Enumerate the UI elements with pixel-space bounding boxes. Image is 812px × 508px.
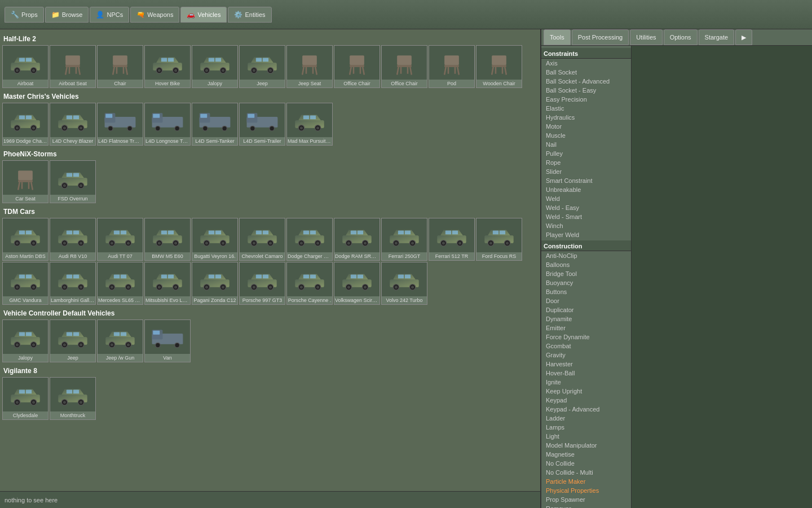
tool-gcombat[interactable]: Gcombat: [541, 341, 631, 351]
tool-buoyancy[interactable]: Buoyancy: [541, 278, 631, 287]
right-tab-stargate[interactable]: Stargate: [699, 29, 735, 45]
tool-remover[interactable]: Remover: [541, 504, 631, 508]
grid-item-audir8[interactable]: Audi R8 V10: [50, 218, 96, 261]
tool-axis[interactable]: Axis: [541, 59, 631, 68]
tool-hydraulics[interactable]: Hydraulics: [541, 113, 631, 122]
grid-item-montruck[interactable]: Monthtruck: [50, 377, 96, 420]
tool-nail[interactable]: Nail: [541, 140, 631, 149]
tool-lamps[interactable]: Lamps: [541, 423, 631, 432]
grid-item-clydesdale[interactable]: Clydesdale: [2, 377, 48, 420]
right-tab-utilities[interactable]: Utilities: [630, 29, 662, 45]
grid-item-l4dsemitanker[interactable]: L4D Semi-Tanker: [192, 103, 238, 146]
grid-item-focus[interactable]: Ford Focus RS: [476, 218, 522, 261]
grid-item-jeep2[interactable]: Jeep: [50, 319, 96, 362]
tool-ball-socket---advanced[interactable]: Ball Socket - Advanced: [541, 77, 631, 86]
tool-no-collide---multi[interactable]: No Collide - Multi: [541, 468, 631, 477]
grid-item-volvo[interactable]: Volvo 242 Turbo: [381, 262, 427, 305]
tab-weapons[interactable]: 🔫Weapons: [130, 7, 179, 23]
tool-harvester[interactable]: Harvester: [541, 360, 631, 369]
tool-winch[interactable]: Winch: [541, 221, 631, 230]
tool-weld---smart[interactable]: Weld - Smart: [541, 212, 631, 221]
grid-item-jeep[interactable]: Jeep: [239, 45, 285, 88]
tool-muscle[interactable]: Muscle: [541, 131, 631, 140]
tool-keypad---advanced[interactable]: Keypad - Advanced: [541, 405, 631, 414]
tool-physical-properties[interactable]: Physical Properties: [541, 486, 631, 495]
tool-weld[interactable]: Weld: [541, 194, 631, 203]
tool-bridge-tool[interactable]: Bridge Tool: [541, 269, 631, 278]
grid-item-jeepseat[interactable]: Jeep Seat: [286, 45, 333, 88]
grid-item-bugatti[interactable]: Bugatti Veyron 16.: [192, 218, 238, 261]
right-tab-postprocessing[interactable]: Post Processing: [572, 29, 629, 45]
tool-particle-maker[interactable]: Particle Maker: [541, 477, 631, 486]
grid-item-pagani[interactable]: Pagani Zonda C12: [192, 262, 238, 305]
grid-item-jalopy[interactable]: Jalopy: [192, 45, 238, 88]
tool-force-dynamite[interactable]: Force Dynamite: [541, 332, 631, 341]
tool-balloons[interactable]: Balloons: [541, 260, 631, 269]
tool-motor[interactable]: Motor: [541, 122, 631, 131]
tool-keep-upright[interactable]: Keep Upright: [541, 387, 631, 396]
grid-item-woodenchair[interactable]: Wooden Chair: [476, 45, 522, 88]
grid-item-chair[interactable]: Chair: [97, 45, 143, 88]
grid-item-l4dsemitrailer[interactable]: L4D Semi-Trailer: [239, 103, 285, 146]
right-tab-options[interactable]: Options: [664, 29, 698, 45]
tool-ladder[interactable]: Ladder: [541, 414, 631, 423]
grid-item-van[interactable]: Van: [144, 319, 191, 362]
tool-smart-constraint[interactable]: Smart Constraint: [541, 176, 631, 185]
tool-prop-spawner[interactable]: Prop Spawner: [541, 495, 631, 504]
tab-vehicles[interactable]: 🚗Vehicles: [180, 7, 227, 23]
tool-ball-socket---easy[interactable]: Ball Socket - Easy: [541, 86, 631, 95]
grid-item-dodgecharger[interactable]: Dodge Charger SR.: [286, 218, 333, 261]
content-area[interactable]: Half-Life 2 Airboat Airboat Seat Chair: [0, 29, 540, 491]
grid-item-bmw[interactable]: BMW M5 E60: [144, 218, 191, 261]
tab-browse[interactable]: 📁Browse: [45, 7, 89, 23]
tool-weld---easy[interactable]: Weld - Easy: [541, 203, 631, 212]
grid-item-airboatseat[interactable]: Airboat Seat: [50, 45, 96, 88]
grid-item-jalopy2[interactable]: Jalopy: [2, 319, 48, 362]
grid-item-dodge1969[interactable]: 1969 Dodge Charge: [2, 103, 48, 146]
tool-easy-precision[interactable]: Easy Precision: [541, 95, 631, 104]
tool-gravity[interactable]: Gravity: [541, 351, 631, 360]
grid-item-pod[interactable]: Pod: [429, 45, 475, 88]
grid-item-fsdoverun[interactable]: FSD Overrun: [50, 160, 96, 203]
tool-pulley[interactable]: Pulley: [541, 149, 631, 158]
tool-emitter[interactable]: Emitter: [541, 323, 631, 332]
grid-item-aston[interactable]: Aston Martin DBS: [2, 218, 48, 261]
right-tab-tools[interactable]: Tools: [544, 29, 571, 45]
grid-item-ferrari250[interactable]: Ferrari 250GT: [381, 218, 427, 261]
tool-no-collide[interactable]: No Collide: [541, 459, 631, 468]
tool-magnetise[interactable]: Magnetise: [541, 450, 631, 459]
tool-buttons[interactable]: Buttons: [541, 287, 631, 296]
grid-item-auditt[interactable]: Audi TT 07: [97, 218, 143, 261]
tools-list-panel[interactable]: ConstraintsAxisBall SocketBall Socket - …: [541, 46, 632, 508]
tool-door[interactable]: Door: [541, 296, 631, 305]
grid-item-officechair2[interactable]: Office Chair: [381, 45, 427, 88]
tool-ignite[interactable]: Ignite: [541, 378, 631, 387]
tab-entities[interactable]: ⚙️Entities: [228, 7, 271, 23]
grid-item-madmax[interactable]: Mad Max Pursuit S.: [286, 103, 333, 146]
grid-item-porschec[interactable]: Porsche Cayenne .: [286, 262, 333, 305]
tool-slider[interactable]: Slider: [541, 167, 631, 176]
tool-light[interactable]: Light: [541, 432, 631, 441]
grid-item-lambo[interactable]: Lamborghini Gallard.: [50, 262, 96, 305]
tool-ball-socket[interactable]: Ball Socket: [541, 68, 631, 77]
grid-item-l4dflatnose[interactable]: L4D Flatnose Truck: [97, 103, 143, 146]
tool-unbreakable[interactable]: Unbreakable: [541, 185, 631, 194]
grid-item-airboat[interactable]: Airboat: [2, 45, 48, 88]
tab-npcs[interactable]: 👤NPCs: [90, 7, 129, 23]
grid-item-camaro[interactable]: Chevrolet Camaro: [239, 218, 285, 261]
tool-anti-noclip[interactable]: Anti-NoClip: [541, 251, 631, 260]
grid-item-l4dchevy[interactable]: L4D Chevy Blazer: [50, 103, 96, 146]
grid-item-mitsu[interactable]: Mitsubishi Evo Lanc.: [144, 262, 191, 305]
grid-item-jeepgun[interactable]: Jeep /w Gun: [97, 319, 143, 362]
grid-item-merc[interactable]: Mercedes SL65 AM.: [97, 262, 143, 305]
tool-dynamite[interactable]: Dynamite: [541, 314, 631, 323]
tool-duplicator[interactable]: Duplicator: [541, 305, 631, 314]
grid-item-ram[interactable]: Dodge RAM SRT10: [334, 218, 380, 261]
tool-elastic[interactable]: Elastic: [541, 104, 631, 113]
grid-item-carseat[interactable]: Car Seat: [2, 160, 48, 203]
grid-item-vw[interactable]: Volkswagen Sciroc.: [334, 262, 380, 305]
tool-model-manipulator[interactable]: Model Manipulator: [541, 441, 631, 450]
tool-keypad[interactable]: Keypad: [541, 396, 631, 405]
tab-props[interactable]: 🔧Props: [5, 7, 44, 23]
grid-item-hoverbike[interactable]: Hover Bike: [144, 45, 191, 88]
